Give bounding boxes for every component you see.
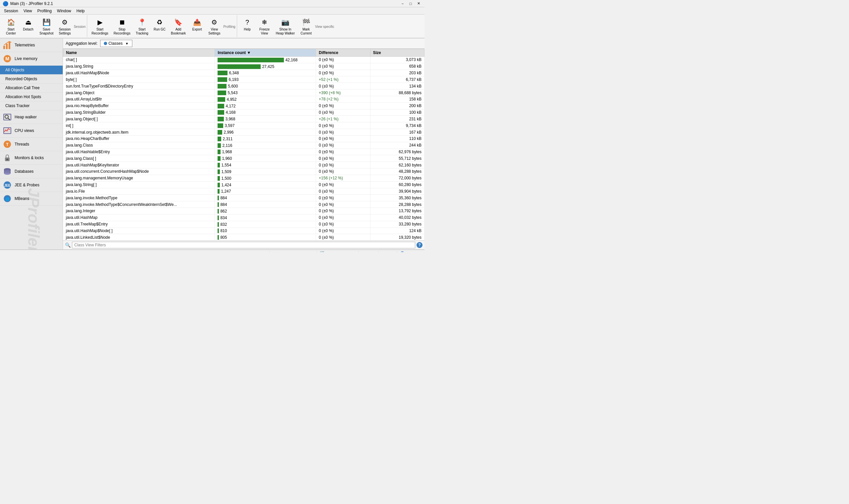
toolbar-group-view-specific: ?Help❄Freeze View📷Show In Heap Walker🏁Ma… (238, 15, 336, 37)
toolbar-btn-run-gc[interactable]: ♻Run GC (151, 16, 168, 36)
toolbar-btn-export[interactable]: 📤Export (189, 16, 205, 36)
cell-count: 832 (215, 221, 316, 228)
toolbar-btn-stop-recordings[interactable]: ⏹Stop Recordings (111, 16, 133, 36)
menu-item-window[interactable]: Window (54, 8, 74, 14)
toolbar-btn-view-settings[interactable]: ⚙View Settings (206, 16, 222, 36)
cell-count: 1,500 (215, 175, 316, 181)
sidebar-label-heap-walker: Heap walker (15, 115, 37, 119)
diff-value: 0 (±0 %) (319, 196, 333, 200)
toolbar-btn-show-heap-walker[interactable]: 📷Show In Heap Walker (274, 16, 297, 36)
count-bar (218, 202, 219, 207)
cell-size: 658 kB (370, 63, 424, 70)
sidebar-item-all-objects[interactable]: All Objects (0, 66, 63, 75)
cell-name: java.util.LinkedList$Node (64, 234, 215, 240)
menu-item-help[interactable]: Help (74, 8, 88, 14)
table-row[interactable]: java.lang.management.MemoryUsage1,500+15… (64, 175, 424, 181)
sidebar-item-allocation-call-tree[interactable]: Allocation Call Tree (0, 84, 63, 92)
cell-size: 203 kB (370, 70, 424, 76)
table-row[interactable]: java.util.HashMap$KeyIterator1,5540 (±0 … (64, 162, 424, 168)
minimize-button[interactable]: − (399, 1, 406, 6)
table-row[interactable]: java.util.Hashtable$Entry1,9680 (±0 %)62… (64, 148, 424, 155)
table-row[interactable]: java.lang.Class2,1160 (±0 %)244 kB (64, 142, 424, 148)
sidebar-item-allocation-hot-spots[interactable]: Allocation Hot Spots (0, 92, 63, 102)
table-row[interactable]: java.util.TreeMap$Entry8320 (±0 %)33,280… (64, 221, 424, 228)
table-row[interactable]: java.lang.String[ ]1,4240 (±0 %)60,280 b… (64, 181, 424, 188)
table-row[interactable]: java.lang.Integer8620 (±0 %)13,792 bytes (64, 208, 424, 215)
table-row[interactable]: java.util.HashMap$Node6,3480 (±0 %)203 k… (64, 70, 424, 76)
toolbar-btn-mark-current[interactable]: 🏁Mark Current (298, 16, 314, 36)
table-row[interactable]: java.lang.Class[ ]1,9600 (±0 %)55,712 by… (64, 155, 424, 162)
sidebar-item-class-tracker[interactable]: Class Tracker (0, 102, 63, 110)
toolbar-btn-freeze-view[interactable]: ❄Freeze View (256, 16, 273, 36)
sidebar-item-monitors-locks[interactable]: Monitors & locks (0, 151, 63, 165)
table-row[interactable]: java.util.ArrayList$Itr4,952+78 (+2 %)15… (64, 96, 424, 103)
diff-value: 0 (±0 %) (319, 222, 333, 227)
diff-value: 0 (±0 %) (319, 215, 333, 220)
close-button[interactable]: ✕ (415, 1, 422, 6)
col-difference[interactable]: Difference (316, 49, 370, 57)
table-row[interactable]: java.io.File1,2470 (±0 %)39,904 bytes (64, 188, 424, 195)
table-row[interactable]: sun.font.TrueTypeFont$DirectoryEntry5,60… (64, 83, 424, 90)
maximize-button[interactable]: □ (407, 1, 414, 6)
table-row[interactable]: java.lang.Object5,543+390 (+8 %)88,688 b… (64, 90, 424, 96)
toolbar-btn-start-center[interactable]: 🏠Start Center (3, 16, 19, 36)
col-size[interactable]: Size (370, 49, 424, 57)
table-row[interactable]: java.lang.invoke.MethodType$ConcurrentWe… (64, 201, 424, 208)
sidebar-item-live-memory[interactable]: MLive memory (0, 52, 63, 66)
cell-diff: 0 (±0 %) (316, 129, 370, 136)
table-row[interactable]: java.lang.invoke.MethodType8840 (±0 %)35… (64, 195, 424, 201)
toolbar-btn-help[interactable]: ?Help (239, 16, 256, 36)
cell-size: 39,904 bytes (370, 188, 424, 195)
cell-size: 62,160 bytes (370, 162, 424, 168)
cell-count: 862 (215, 208, 316, 215)
menu-item-profiling[interactable]: Profiling (35, 8, 54, 14)
table-row[interactable]: java.util.HashMap$Node[ ]8100 (±0 %)124 … (64, 228, 424, 234)
table-row[interactable]: jdk.internal.org.objectweb.asm.Item2,996… (64, 129, 424, 136)
sidebar-item-jee-probes[interactable]: JEEJEE & Probes (0, 178, 63, 192)
sidebar-icon-heap-walker (3, 112, 12, 122)
toolbar-btn-save-snapshot[interactable]: 💾Save Snapshot (37, 16, 56, 36)
table-row[interactable]: char[ ]42,1680 (±0 %)3,073 kB (64, 57, 424, 63)
table-row[interactable]: java.util.HashMap8340 (±0 %)40,032 bytes (64, 214, 424, 221)
cell-size: 60,280 bytes (370, 181, 424, 188)
toolbar-btn-start-tracking[interactable]: 📍Start Tracking (133, 16, 150, 36)
table-row[interactable]: java.lang.Object[ ]3,968+26 (+1 %)231 kB (64, 116, 424, 122)
cell-count: 42,168 (215, 57, 316, 63)
menu-item-view[interactable]: View (21, 8, 35, 14)
table-row[interactable]: java.nio.HeapByteBuffer4,1720 (±0 %)200 … (64, 103, 424, 109)
menu-item-session[interactable]: Session (1, 8, 21, 14)
table-row[interactable]: int[ ]3,5970 (±0 %)9,734 kB (64, 122, 424, 129)
cell-diff: +26 (+1 %) (316, 116, 370, 122)
count-bar (218, 235, 219, 240)
sidebar-item-threads[interactable]: TThreads (0, 138, 63, 151)
class-filter-input[interactable] (72, 242, 415, 248)
toolbar-btn-add-bookmark[interactable]: 🔖Add Bookmark (168, 16, 188, 36)
col-instance-count[interactable]: Instance count ▼ (215, 49, 316, 57)
sidebar-icon-mbeans: 🌐 (3, 194, 12, 203)
sidebar-item-telemetries[interactable]: Telemetries (0, 38, 63, 52)
table-row[interactable]: byte[ ]6,193+52 (+1 %)6,737 kB (64, 76, 424, 83)
table-row[interactable]: java.util.concurrent.ConcurrentHashMap$N… (64, 168, 424, 175)
sidebar-item-heap-walker[interactable]: Heap walker (0, 110, 63, 124)
sidebar-item-mbeans[interactable]: 🌐MBeans (0, 192, 63, 205)
table-row[interactable]: java.lang.String27,4250 (±0 %)658 kB (64, 63, 424, 70)
count-value: 1,968 (222, 149, 232, 154)
sidebar-item-recorded-objects[interactable]: Recorded Objects (0, 75, 63, 84)
cell-diff: 0 (±0 %) (316, 162, 370, 168)
sidebar-label-databases: Databases (15, 169, 34, 174)
table-row[interactable]: java.util.LinkedList$Node8050 (±0 %)19,3… (64, 234, 424, 240)
sidebar-item-databases[interactable]: Databases (0, 165, 63, 178)
diff-value: 0 (±0 %) (319, 202, 333, 207)
table-row[interactable]: java.nio.HeapCharBuffer2,3110 (±0 %)110 … (64, 135, 424, 142)
toolbar-btn-start-recordings[interactable]: ▶Start Recordings (89, 16, 111, 36)
col-name[interactable]: Name (64, 49, 215, 57)
toolbar-btn-detach[interactable]: ⏏Detach (20, 16, 36, 36)
toolbar-btn-session-settings[interactable]: ⚙Session Settings (56, 16, 73, 36)
svg-text:T: T (6, 142, 8, 147)
objects-table: Name Instance count ▼ Difference Size ch… (63, 49, 424, 240)
aggregation-classes-button[interactable]: Classes ▼ (100, 40, 132, 47)
filter-bar: 🔍 ? (63, 240, 424, 249)
count-value: 3,597 (224, 123, 234, 128)
sidebar-item-cpu-views[interactable]: CPU views (0, 124, 63, 138)
table-row[interactable]: java.lang.StringBuilder4,1680 (±0 %)100 … (64, 109, 424, 116)
